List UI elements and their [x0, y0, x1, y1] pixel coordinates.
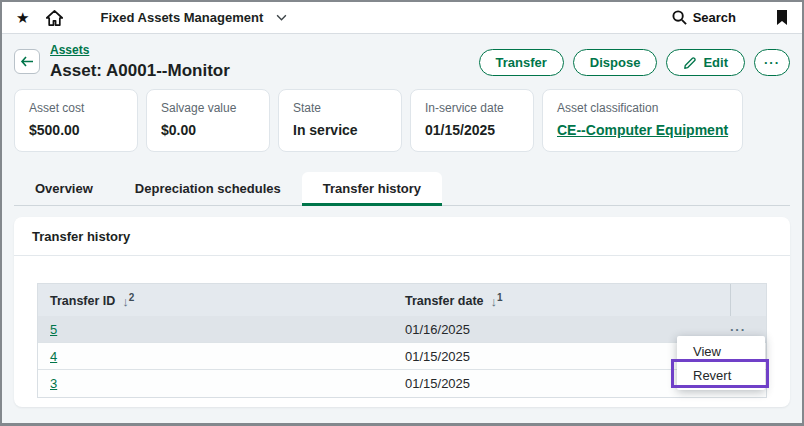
card-value: 01/15/2025 — [425, 122, 519, 138]
table-header-row: Transfer ID↓2Transfer date↓1 — [38, 284, 766, 316]
top-bar: ★ Fixed Assets Management Search — [2, 2, 802, 34]
row-context-menu: ViewRevert — [677, 336, 765, 390]
transfer-history-table: Transfer ID↓2Transfer date↓1 501/16/2025… — [37, 283, 767, 398]
pencil-icon — [683, 56, 697, 70]
summary-card-asset-cost: Asset cost$500.00 — [14, 89, 138, 152]
sort-order: 1 — [497, 291, 503, 302]
card-value: In service — [293, 122, 387, 138]
transfer-button[interactable]: Transfer — [479, 49, 564, 76]
asset-classification-link[interactable]: CE--Computer Equipment — [557, 122, 728, 138]
dispose-button[interactable]: Dispose — [573, 49, 658, 76]
transfer-id-cell: 4 — [38, 349, 393, 364]
row-more-icon[interactable]: ··· — [730, 323, 746, 336]
row-actions-cell: ··· — [730, 322, 766, 337]
page-title: Asset: A0001--Monitor — [50, 61, 230, 81]
card-label: In-service date — [425, 101, 519, 115]
transfer-id-link[interactable]: 4 — [50, 349, 57, 364]
column-header-transfer-id[interactable]: Transfer ID↓2 — [38, 291, 393, 308]
sort-indicator: ↓2 — [122, 294, 134, 309]
edit-button-label: Edit — [703, 55, 728, 70]
tab-overview[interactable]: Overview — [14, 172, 114, 206]
tab-depreciation-schedules[interactable]: Depreciation schedules — [114, 172, 302, 206]
card-value: $0.00 — [161, 122, 255, 138]
menu-item-view[interactable]: View — [677, 339, 765, 363]
search-icon — [672, 10, 687, 25]
column-header-transfer-date[interactable]: Transfer date↓1 — [393, 291, 730, 308]
edit-button[interactable]: Edit — [666, 49, 745, 76]
back-button[interactable] — [14, 49, 40, 74]
summary-card-in-service-date: In-service date01/15/2025 — [410, 89, 534, 152]
card-label: Asset classification — [557, 101, 728, 115]
summary-card-salvage-value: Salvage value$0.00 — [146, 89, 270, 152]
card-value: CE--Computer Equipment — [557, 122, 728, 138]
card-label: Salvage value — [161, 101, 255, 115]
app-title: Fixed Assets Management — [100, 10, 263, 25]
column-header-actions — [730, 284, 766, 316]
search-label: Search — [693, 10, 736, 25]
table-body: 501/16/2025···401/15/2025···301/15/2025·… — [38, 316, 766, 397]
table-row: 401/15/2025··· — [38, 343, 766, 370]
transfer-id-link[interactable]: 3 — [50, 376, 57, 391]
column-label: Transfer date — [405, 295, 484, 309]
column-label: Transfer ID — [50, 295, 115, 309]
app-window: ★ Fixed Assets Management Search — [0, 0, 804, 426]
table-row: 501/16/2025··· — [38, 316, 766, 343]
home-icon[interactable] — [46, 10, 63, 26]
page-header: Assets Asset: A0001--Monitor Transfer Di… — [14, 40, 790, 81]
table-row: 301/15/2025··· — [38, 370, 766, 397]
more-actions-button[interactable]: ··· — [754, 49, 790, 76]
transfer-id-cell: 5 — [38, 322, 393, 337]
menu-item-revert[interactable]: Revert — [677, 363, 765, 387]
summary-card-state: StateIn service — [278, 89, 402, 152]
favorites-star-icon[interactable]: ★ — [16, 10, 29, 25]
panel-title: Transfer history — [14, 217, 790, 256]
bookmark-icon[interactable] — [776, 10, 788, 26]
transfer-id-cell: 3 — [38, 376, 393, 391]
sort-order: 2 — [129, 291, 135, 302]
search-control[interactable]: Search — [672, 10, 736, 25]
card-label: State — [293, 101, 387, 115]
transfer-history-panel: Transfer history Transfer ID↓2Transfer d… — [14, 217, 790, 407]
card-label: Asset cost — [29, 101, 123, 115]
sort-indicator: ↓1 — [491, 294, 503, 309]
summary-card-asset-classification: Asset classificationCE--Computer Equipme… — [542, 89, 743, 152]
tab-bar: OverviewDepreciation schedulesTransfer h… — [14, 172, 790, 206]
tab-transfer-history[interactable]: Transfer history — [302, 172, 442, 206]
card-value: $500.00 — [29, 122, 123, 138]
summary-cards-row: Asset cost$500.00Salvage value$0.00State… — [14, 89, 790, 152]
chevron-down-icon[interactable] — [276, 14, 287, 21]
transfer-id-link[interactable]: 5 — [50, 322, 57, 337]
transfer-date-cell: 01/16/2025 — [393, 322, 730, 337]
breadcrumb-assets-link[interactable]: Assets — [50, 43, 89, 57]
